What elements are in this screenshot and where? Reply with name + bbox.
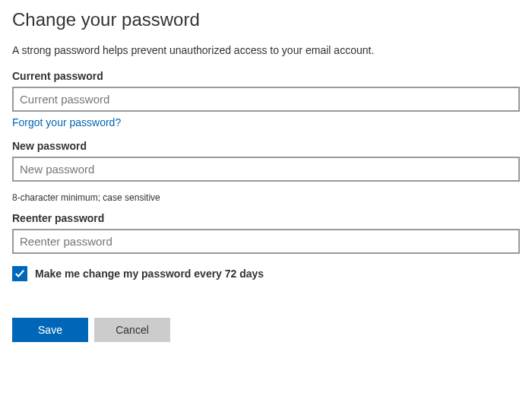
reenter-password-input[interactable] — [12, 229, 520, 254]
new-password-label: New password — [12, 140, 520, 152]
current-password-label: Current password — [12, 70, 520, 82]
description-text: A strong password helps prevent unauthor… — [12, 44, 520, 56]
reenter-password-group: Reenter password — [12, 212, 520, 254]
expire-checkbox-row[interactable]: Make me change my password every 72 days — [12, 266, 520, 281]
reenter-password-label: Reenter password — [12, 212, 520, 224]
password-hint: 8-character minimum; case sensitive — [12, 192, 520, 203]
save-button[interactable]: Save — [12, 318, 88, 342]
forgot-password-link[interactable]: Forgot your password? — [12, 116, 121, 128]
page-title: Change your password — [12, 9, 520, 30]
new-password-input[interactable] — [12, 157, 520, 182]
cancel-button[interactable]: Cancel — [94, 318, 170, 342]
expire-checkbox-label: Make me change my password every 72 days — [35, 268, 264, 280]
expire-checkbox[interactable] — [12, 266, 27, 281]
check-icon — [14, 268, 25, 279]
current-password-input[interactable] — [12, 87, 520, 112]
button-row: Save Cancel — [12, 318, 520, 342]
current-password-group: Current password Forgot your password? — [12, 70, 520, 129]
new-password-group: New password — [12, 140, 520, 182]
